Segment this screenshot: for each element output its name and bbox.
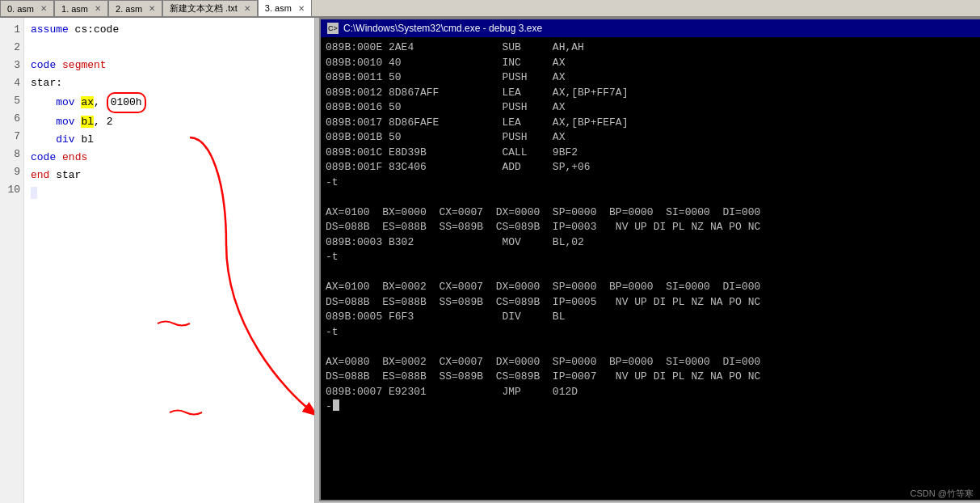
watermark: CSDN @竹等寒: [911, 488, 974, 500]
line-num-5: 5: [0, 92, 20, 110]
tab-4-close[interactable]: ✕: [298, 4, 305, 13]
keyword-code2: code: [31, 151, 56, 163]
line-num-8: 8: [0, 146, 20, 163]
keyword-assume: assume: [31, 23, 69, 36]
cmd-line-25: -: [326, 399, 975, 415]
cmd-line-19: 089B:0005 F6F3 DIV BL: [326, 310, 975, 325]
cmd-line-17: AX=0100 BX=0002 CX=0007 DX=0000 SP=0000 …: [326, 280, 975, 295]
cmd-line-9: 089B:001F 83C406 ADD SP,+06: [326, 160, 975, 175]
tab-3-label: 新建文本文档 .txt: [170, 2, 238, 15]
tab-4[interactable]: 3. asm ✕: [258, 0, 312, 16]
line-num-9: 9: [0, 163, 20, 181]
cmd-line-24: 089B:0007 E92301 JMP 012D: [326, 385, 975, 400]
cmd-line-3: 089B:0011 50 PUSH AX: [326, 70, 975, 86]
keyword-div: div: [56, 133, 74, 146]
cmd-line-7: 089B:001B 50 PUSH AX: [326, 130, 975, 146]
cmd-line-13: DS=088B ES=088B SS=089B CS=089B IP=0003 …: [326, 220, 975, 235]
tab-bar: 0. asm ✕ 1. asm ✕ 2. asm ✕ 新建文本文档 .txt ✕…: [0, 0, 980, 18]
cmd-line-14: 089B:0003 B302 MOV BL,02: [326, 235, 975, 251]
cmd-line-1: 089B:000E 2AE4 SUB AH,AH: [326, 40, 975, 56]
tab-1-close[interactable]: ✕: [95, 4, 101, 13]
cmd-titlebar: C> C:\Windows\System32\cmd.exe - debug 3…: [321, 19, 980, 37]
line-num-10: 10: [0, 181, 20, 199]
cmd-line-2: 089B:0010 40 INC AX: [326, 56, 975, 71]
line-num-6: 6: [0, 110, 20, 128]
line-num-3: 3: [0, 57, 20, 74]
cmd-line-22: AX=0080 BX=0002 CX=0007 DX=0000 SP=0000 …: [326, 355, 975, 370]
keyword-code1: code: [31, 59, 56, 71]
tab-4-label: 3. asm: [265, 3, 292, 13]
tab-2[interactable]: 2. asm ✕: [108, 0, 162, 16]
cmd-window: C> C:\Windows\System32\cmd.exe - debug 3…: [319, 18, 980, 501]
cmd-line-21: [326, 340, 975, 355]
line-num-7: 7: [0, 128, 20, 146]
cmd-line-20: -t: [326, 325, 975, 340]
keyword-mov1: mov: [56, 96, 74, 108]
tab-3[interactable]: 新建文本文档 .txt ✕: [162, 0, 258, 16]
line-num-4: 4: [0, 74, 20, 92]
cmd-title: C:\Windows\System32\cmd.exe - debug 3.ex…: [343, 23, 542, 34]
keyword-segment: segment: [62, 59, 107, 71]
line-numbers: 1 2 3 4 5 6 7 8 9 10: [0, 18, 24, 503]
tab-3-close[interactable]: ✕: [244, 4, 250, 13]
keyword-mov2: mov: [56, 116, 74, 128]
cmd-line-4: 089B:0012 8D867AFF LEA AX,[BP+FF7A]: [326, 86, 975, 101]
cmd-line-8: 089B:001C E8D39B CALL 9BF2: [326, 146, 975, 161]
line-num-1: 1: [0, 21, 20, 39]
cmd-line-6: 089B:0017 8D86FAFE LEA AX,[BP+FEFA]: [326, 116, 975, 131]
tab-1-label: 1. asm: [61, 4, 88, 14]
code-editor[interactable]: assume cs:code code segment star: mov ax…: [24, 18, 314, 503]
bl-highlight: bl: [81, 116, 94, 128]
cmd-line-12: AX=0100 BX=0000 CX=0007 DX=0000 SP=0000 …: [326, 205, 975, 221]
keyword-end: end: [31, 169, 49, 181]
cmd-content[interactable]: 089B:000E 2AE4 SUB AH,AH 089B:0010 40 IN…: [321, 37, 980, 418]
tab-0[interactable]: 0. asm ✕: [0, 0, 54, 16]
tab-1[interactable]: 1. asm ✕: [54, 0, 108, 16]
cmd-line-23: DS=088B ES=088B SS=089B CS=089B IP=0007 …: [326, 370, 975, 385]
keyword-ends: ends: [62, 151, 87, 163]
cmd-icon: C>: [327, 23, 339, 34]
tab-2-close[interactable]: ✕: [149, 4, 155, 13]
line-10-highlight: [31, 187, 37, 199]
tab-0-label: 0. asm: [7, 4, 34, 14]
main-area: 1 2 3 4 5 6 7 8 9 10 assume cs:code code…: [0, 18, 980, 503]
cmd-line-10: -t: [326, 175, 975, 191]
editor-pane: 1 2 3 4 5 6 7 8 9 10 assume cs:code code…: [0, 18, 315, 503]
editor-content: 1 2 3 4 5 6 7 8 9 10 assume cs:code code…: [0, 18, 314, 503]
cmd-line-11: [326, 190, 975, 205]
tab-2-label: 2. asm: [116, 4, 142, 14]
tab-0-close[interactable]: ✕: [40, 4, 47, 13]
ax-highlight: ax: [81, 96, 94, 108]
cmd-line-16: [326, 265, 975, 281]
cmd-line-18: DS=088B ES=088B SS=089B CS=089B IP=0005 …: [326, 295, 975, 311]
cmd-line-15: -t: [326, 250, 975, 265]
cmd-line-5: 089B:0016 50 PUSH AX: [326, 100, 975, 116]
line-num-2: 2: [0, 39, 20, 57]
value-0100h: 0100h: [107, 92, 146, 113]
